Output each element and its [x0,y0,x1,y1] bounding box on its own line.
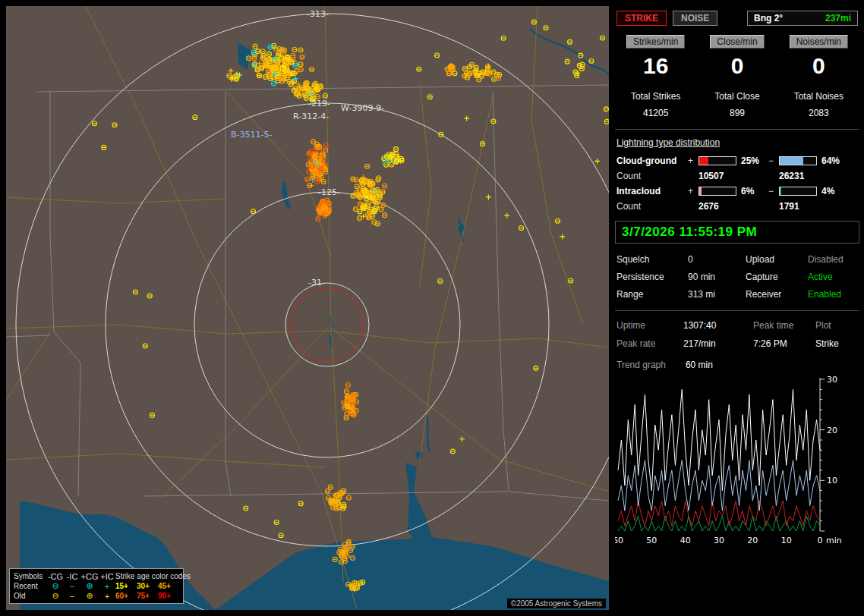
bearing-value: Bng 2° [754,13,783,24]
total-noises-label: Total Noises [778,91,859,102]
ring-distance-label: -31- [308,278,325,288]
age-15: 15+ [115,582,137,590]
age-45: 45+ [158,582,179,590]
lightning-map[interactable]: -313--219--125--31-R-312-4-W-3909-9-B-35… [6,6,609,610]
distribution-section: Lightning type distribution Cloud-ground… [615,137,859,212]
cg-neg-bar-fill [780,157,803,165]
total-close-value: 899 [696,108,777,118]
ic-pos-pct: 6% [738,186,768,196]
persistence-value: 90 min [688,272,746,282]
trend-x-tick-label: 0 [818,536,823,545]
legend-col-cg-neg: -CG [47,572,64,581]
legend-header-row: Symbols -CG -IC +CG +IC Strike age color… [14,571,179,581]
receiver-status: Enabled [808,289,858,300]
capture-status: Active [808,272,858,282]
total-strikes-label: Total Strikes [615,91,696,102]
count-label: Count [616,201,688,212]
totals-row: Total Strikes 41205 Total Close 899 Tota… [615,91,859,118]
trend-y-tick-label: 10 [827,476,837,486]
cg-pos-count: 10507 [698,171,738,181]
cg-neg-recent-icon: ⊖ [47,581,64,591]
rate-buttons-row: Strikes/min 16 Close/min 0 Noises/min 0 [615,35,859,79]
close-per-min-value: 0 [696,53,777,79]
peak-time-label: Peak time [753,320,815,331]
receiver-label: Receiver [746,289,808,300]
trend-x-unit-label: min [826,536,842,545]
trend-graph-chart: 1020306050403020100min [615,373,843,555]
total-strikes-value: 41205 [615,108,696,118]
total-noises-value: 2083 [778,108,859,118]
trend-x-tick-label: 10 [781,536,792,545]
info-section: Uptime 1307:40 Peak time Plot Peak rate … [616,320,858,349]
persistence-label: Persistence [616,272,688,282]
ic-neg-bar [779,187,817,196]
range-label: Range [616,289,688,300]
legend-age-header: Strike age color codes [115,572,179,580]
squelch-label: Squelch [616,254,688,265]
plot-mode-value: Strike [815,338,858,349]
close-per-min-button[interactable]: Close/min [710,35,764,49]
ic-neg-bar-fill [780,187,781,195]
legend-col-ic-pos: +IC [99,572,115,581]
plot-label: Plot [815,320,858,331]
peak-rate-value: 217/min [683,338,753,349]
trend-y-tick-label: 20 [827,426,837,435]
plus-sign: + [688,186,698,196]
range-setting-value: 313 mi [688,289,746,300]
cg-neg-pct: 64% [818,156,849,166]
trend-x-tick-label: 60 [615,536,623,545]
legend-symbols-header: Symbols [14,572,47,580]
ic-neg-count: 1791 [779,201,818,212]
noises-per-min-button[interactable]: Noises/min [790,35,848,49]
legend-recent-label: Recent [14,582,47,590]
divider [615,129,859,130]
status-section: Squelch 0 Upload Disabled Persistence 90… [616,254,858,300]
minus-sign: − [768,156,779,166]
legend-col-ic-neg: -IC [64,572,80,581]
legend-old-label: Old [14,592,47,600]
cloud-ground-label: Cloud-ground [616,156,688,166]
trend-y-tick-label: 30 [827,375,837,385]
ic-pos-bar [698,187,736,196]
upload-status: Disabled [808,254,858,265]
noise-mode-button[interactable]: NOISE [673,11,717,26]
plus-sign: + [688,156,698,166]
side-panel: STRIKE NOISE Bng 2° 237mi Strikes/min 16… [615,6,859,610]
map-panel: -313--219--125--31-R-312-4-W-3909-9-B-35… [6,6,609,610]
ic-pos-count: 2676 [698,201,738,212]
storm-tracker-label: W-3909-9- [341,103,384,113]
storm-tracker-label: R-312-4- [293,112,329,121]
ring-distance-label: -219- [308,99,330,108]
trend-x-tick-label: 20 [747,536,758,545]
strikes-per-min-button[interactable]: Strikes/min [626,35,685,49]
legend-recent-row: Recent ⊖ − ⊕ + 15+ 30+ 45+ [14,581,179,591]
strike-mode-button[interactable]: STRIKE [616,11,667,26]
cg-pos-old-icon: ⊕ [80,591,99,601]
uptime-label: Uptime [616,320,683,331]
storm-tracker-label: B-3511-5- [231,130,272,140]
peak-rate-label: Peak rate [616,338,683,349]
ic-pos-recent-icon: + [99,582,115,591]
divider [615,310,859,311]
cg-pos-pct: 25% [738,156,768,166]
cg-neg-bar [779,156,817,165]
ring-distance-label: -125- [318,187,340,197]
trend-x-tick-label: 40 [680,536,691,545]
capture-label: Capture [746,272,808,282]
ic-neg-recent-icon: − [64,582,80,591]
minus-sign: − [768,186,779,196]
cg-neg-count: 26231 [779,171,818,181]
range-value: 237mi [825,13,851,24]
copyright: ©2005 Astrogenic Systems [507,599,606,608]
mode-toolbar: STRIKE NOISE Bng 2° 237mi [616,11,858,26]
cg-pos-bar [698,156,736,165]
total-close-label: Total Close [696,91,777,102]
count-label: Count [616,171,688,181]
datetime-display: 3/7/2026 11:55:19 PM [615,221,859,244]
age-30: 30+ [137,582,158,590]
trend-x-tick-label: 50 [646,536,657,545]
trend-graph-header: Trend graph 60 min [616,360,858,370]
upload-label: Upload [746,254,808,265]
intracloud-label: Intracloud [616,186,688,196]
uptime-value: 1307:40 [683,320,753,331]
